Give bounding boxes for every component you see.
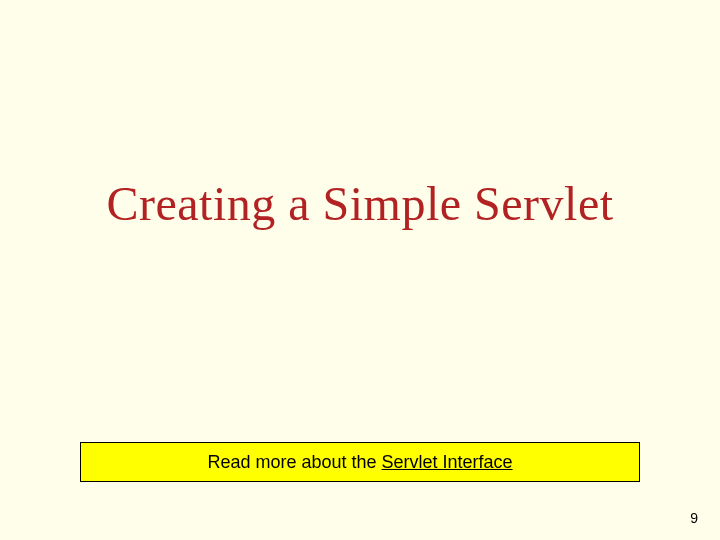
- callout-prefix-text: Read more about the: [207, 452, 381, 473]
- servlet-interface-link[interactable]: Servlet Interface: [382, 452, 513, 473]
- slide-title: Creating a Simple Servlet: [0, 176, 720, 231]
- page-number: 9: [690, 510, 698, 526]
- callout-box: Read more about the Servlet Interface: [80, 442, 640, 482]
